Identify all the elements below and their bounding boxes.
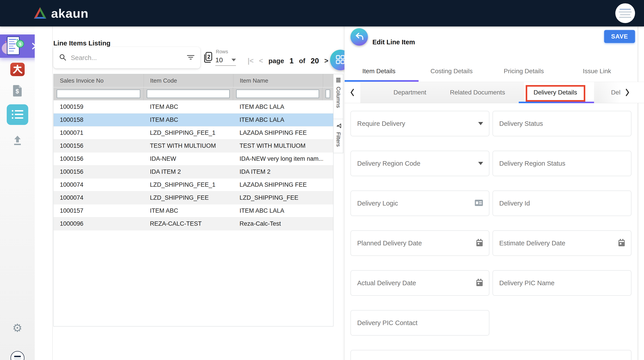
table-row[interactable]: 1000156 IDA ITEM 2 IDA ITEM 2: [54, 165, 333, 178]
table-filter-row: [54, 87, 333, 100]
subtab-department[interactable]: Department: [394, 82, 426, 103]
chevron-down-icon: [478, 162, 483, 165]
subtab-related-documents[interactable]: Related Documents: [450, 82, 505, 103]
active-subtab-underline: [519, 102, 594, 103]
cutoff-wide-field[interactable]: [350, 350, 632, 360]
sidebar-item-invoicing-banner[interactable]: $: [0, 34, 35, 58]
save-button[interactable]: SAVE: [604, 30, 635, 43]
actual-delivery-date-field[interactable]: Actual Delivery Date: [350, 270, 490, 296]
subtabs-scroll-left-button[interactable]: [350, 89, 354, 97]
delivery-region-status-field[interactable]: Delivery Region Status: [492, 151, 632, 176]
svg-text:2: 2: [207, 54, 210, 60]
previous-page-button[interactable]: <: [259, 57, 263, 65]
calendar-icon: [476, 239, 483, 248]
column-header-item-code[interactable]: Item Code: [144, 74, 233, 87]
sort-filter-icon[interactable]: [187, 55, 194, 61]
editor-subtabs: Department Related Documents Delivery De…: [345, 82, 644, 103]
cell-item-name: IDA ITEM 2: [233, 168, 323, 175]
field-placeholder: Delivery Status: [499, 120, 625, 127]
delivery-pic-name-field[interactable]: Delivery PIC Name: [492, 270, 632, 296]
rows-per-page-value: 10: [215, 56, 223, 64]
column-header-sales-invoice-no[interactable]: Sales Invoice No: [54, 74, 144, 87]
filters-tab-label: Filters: [335, 132, 342, 147]
columns-tab[interactable]: Columns: [334, 74, 343, 119]
table-row[interactable]: 1000159 ITEM ABC ITEM ABC LALA: [54, 100, 333, 113]
cell-item-code: ITEM ABC: [144, 116, 233, 123]
planned-delivery-date-field[interactable]: Planned Delivery Date: [350, 230, 490, 256]
field-placeholder: Planned Delivery Date: [357, 240, 476, 247]
filters-tab[interactable]: Filters: [334, 119, 343, 153]
back-button[interactable]: [350, 28, 368, 46]
require-delivery-field[interactable]: Require Delivery: [350, 111, 490, 136]
next-page-button[interactable]: >: [324, 57, 328, 65]
upload-icon: [12, 135, 22, 146]
rows-per-page-select[interactable]: 10: [215, 55, 236, 66]
field-placeholder: Delivery Logic: [357, 200, 474, 207]
cell-item-name: ITEM ABC LALA: [233, 207, 323, 214]
table-row[interactable]: 1000074 LZD_SHIPPING_FEE LZD_SHIPPING_FE…: [54, 191, 333, 204]
back-arrow-icon: [354, 32, 364, 42]
search-input[interactable]: [70, 54, 183, 62]
cell-item-code: LZD_SHIPPING_FEE: [144, 194, 233, 201]
tab-costing-details[interactable]: Costing Details: [430, 68, 472, 75]
filter-input-item-code[interactable]: [147, 89, 230, 98]
tab-issue-link[interactable]: Issue Link: [583, 68, 611, 75]
calendar-icon: [476, 279, 483, 288]
field-placeholder: Delivery PIC Name: [499, 279, 625, 287]
table-row[interactable]: 1000156 IDA-NEW IDA-NEW very long item n…: [54, 152, 333, 165]
avatar-detail: [14, 356, 21, 357]
cell-sales-invoice-no: 1000096: [54, 220, 144, 227]
pages-view-icon[interactable]: 2: [202, 51, 213, 64]
field-placeholder: Delivery PIC Contact: [357, 319, 483, 327]
cell-item-code: IDA ITEM 2: [144, 168, 233, 175]
table-row[interactable]: 1000157 ITEM ABC ITEM ABC LALA: [54, 204, 333, 217]
tab-pricing-details[interactable]: Pricing Details: [504, 68, 544, 75]
of-word: of: [299, 57, 305, 65]
table-row-selected[interactable]: 1000158 ITEM ABC ITEM ABC LALA: [54, 113, 333, 126]
sidebar-item-billing-doc[interactable]: $: [12, 85, 23, 98]
kanji-da-icon: [12, 64, 22, 74]
brand-logo[interactable]: akaun: [33, 6, 88, 20]
column-header-item-name[interactable]: Item Name: [233, 74, 323, 87]
table-row[interactable]: 1000071 LZD_SHIPPING_FEE_1 LAZADA SHIPPI…: [54, 126, 333, 139]
current-page-value[interactable]: 1: [290, 57, 294, 65]
sidebar-item-line-items[interactable]: [7, 104, 28, 125]
delivery-region-code-field[interactable]: Delivery Region Code: [350, 151, 490, 176]
line-items-listing-panel: Line Items Listing 2: [35, 26, 344, 360]
field-placeholder: Estimate Delivery Date: [499, 240, 618, 247]
cell-item-name: LAZADA SHIPPING FEE: [233, 181, 323, 188]
avatar-detail: [619, 17, 631, 18]
table-row[interactable]: 1000096 REZA-CALC-TEST Reza-Calc-Test: [54, 217, 333, 230]
app-screen: akaun: [0, 0, 644, 360]
filter-input-partial[interactable]: [326, 89, 330, 98]
tab-item-details[interactable]: Item Details: [362, 68, 396, 75]
delivery-id-field[interactable]: Delivery Id: [492, 191, 632, 216]
filter-input-sales-invoice-no[interactable]: [57, 89, 140, 98]
subtabs-scroll-right-button[interactable]: [625, 89, 630, 97]
sidebar-item-upload[interactable]: [12, 135, 22, 146]
table-row[interactable]: 1000074 LZD_SHIPPING_FEE_1 LAZADA SHIPPI…: [54, 178, 333, 191]
table-header-row: Sales Invoice No Item Code Item Name: [54, 74, 333, 87]
delivery-status-field[interactable]: Delivery Status: [492, 111, 632, 136]
settings-gear-icon[interactable]: ⚙: [12, 322, 22, 335]
estimate-delivery-date-field[interactable]: Estimate Delivery Date: [492, 230, 632, 256]
table-row[interactable]: 1000156 TEST WITH MULTIUOM TEST WITH MUL…: [54, 139, 333, 152]
brand-triangle-icon: [33, 6, 47, 20]
avatar-detail: [620, 14, 630, 15]
user-avatar[interactable]: [615, 3, 635, 23]
cell-sales-invoice-no: 1000159: [54, 103, 144, 110]
subtab-truncated[interactable]: Del: [611, 82, 620, 103]
sidebar-item-dahua-app[interactable]: [10, 63, 25, 76]
delivery-pic-contact-field[interactable]: Delivery PIC Contact: [350, 310, 490, 336]
grid-icon: [335, 54, 346, 66]
field-placeholder: Delivery Id: [499, 200, 625, 207]
avatar-detail: [14, 358, 21, 359]
filter-input-item-name[interactable]: [236, 89, 319, 98]
columns-icon: [336, 78, 341, 83]
svg-text:$: $: [19, 42, 22, 46]
page-word: page: [268, 57, 284, 65]
columns-tab-label: Columns: [335, 87, 342, 108]
delivery-logic-field[interactable]: Delivery Logic: [350, 191, 490, 216]
sidebar-profile-avatar[interactable]: [10, 351, 24, 360]
first-page-button[interactable]: |<: [248, 57, 254, 65]
